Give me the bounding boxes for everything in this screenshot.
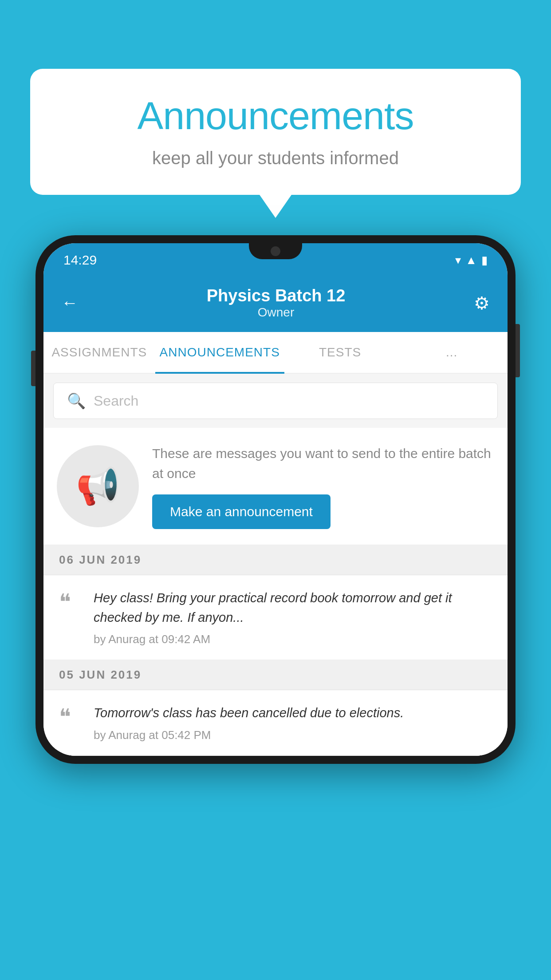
date-separator-1: 06 JUN 2019: [43, 545, 508, 575]
search-icon: 🔍: [67, 392, 86, 410]
announcement-text-1: Hey class! Bring your practical record b…: [94, 589, 492, 627]
status-icons: ▾ ▲ ▮: [455, 253, 488, 267]
header-title-block: Physics Batch 12 Owner: [207, 286, 346, 320]
megaphone-circle: 📢: [57, 445, 139, 527]
search-bar[interactable]: 🔍 Search: [53, 383, 498, 419]
phone: 14:29 ▾ ▲ ▮ ← Physics Batch 12 Owner ⚙ A…: [35, 235, 516, 764]
speech-bubble-title: Announcements: [57, 93, 494, 138]
volume-button: [31, 351, 35, 386]
battery-icon: ▮: [481, 253, 488, 267]
tab-assignments[interactable]: ASSIGNMENTS: [43, 332, 155, 373]
announcement-right: These are messages you want to send to t…: [152, 443, 494, 529]
announcement-text-2: Tomorrow's class has been cancelled due …: [94, 703, 492, 723]
app-header: ← Physics Batch 12 Owner ⚙: [43, 275, 508, 332]
megaphone-icon: 📢: [76, 466, 120, 507]
quote-icon-2: ❝: [59, 706, 81, 728]
announcement-item-1[interactable]: ❝ Hey class! Bring your practical record…: [43, 575, 508, 660]
batch-title: Physics Batch 12: [207, 286, 346, 305]
notch: [249, 243, 302, 259]
speech-bubble: Announcements keep all your students inf…: [30, 69, 521, 195]
phone-screen: 14:29 ▾ ▲ ▮ ← Physics Batch 12 Owner ⚙ A…: [43, 243, 508, 756]
announcement-content-2: Tomorrow's class has been cancelled due …: [94, 703, 492, 742]
tab-announcements[interactable]: ANNOUNCEMENTS: [155, 332, 284, 373]
announcement-description: These are messages you want to send to t…: [152, 443, 494, 483]
announcement-meta-1: by Anurag at 09:42 AM: [94, 632, 492, 646]
announcement-meta-2: by Anurag at 05:42 PM: [94, 728, 492, 742]
power-button: [516, 324, 520, 377]
batch-role: Owner: [207, 305, 346, 320]
wifi-icon: ▾: [455, 253, 461, 267]
phone-container: 14:29 ▾ ▲ ▮ ← Physics Batch 12 Owner ⚙ A…: [35, 235, 516, 980]
announcement-prompt: 📢 These are messages you want to send to…: [43, 428, 508, 545]
search-input[interactable]: Search: [94, 393, 138, 409]
search-container: 🔍 Search: [43, 374, 508, 428]
front-camera: [271, 246, 280, 256]
tabs: ASSIGNMENTS ANNOUNCEMENTS TESTS ...: [43, 332, 508, 374]
speech-bubble-subtitle: keep all your students informed: [57, 148, 494, 168]
announcement-item-2[interactable]: ❝ Tomorrow's class has been cancelled du…: [43, 690, 508, 756]
speech-bubble-container: Announcements keep all your students inf…: [30, 69, 521, 195]
make-announcement-button[interactable]: Make an announcement: [152, 494, 331, 529]
date-separator-2: 05 JUN 2019: [43, 660, 508, 690]
quote-icon-1: ❝: [59, 591, 81, 613]
tab-more[interactable]: ...: [396, 332, 508, 373]
status-time: 14:29: [63, 253, 97, 268]
tab-tests[interactable]: TESTS: [284, 332, 396, 373]
back-button[interactable]: ←: [61, 293, 78, 312]
settings-icon[interactable]: ⚙: [474, 293, 490, 313]
signal-icon: ▲: [465, 253, 477, 267]
announcement-content-1: Hey class! Bring your practical record b…: [94, 589, 492, 646]
